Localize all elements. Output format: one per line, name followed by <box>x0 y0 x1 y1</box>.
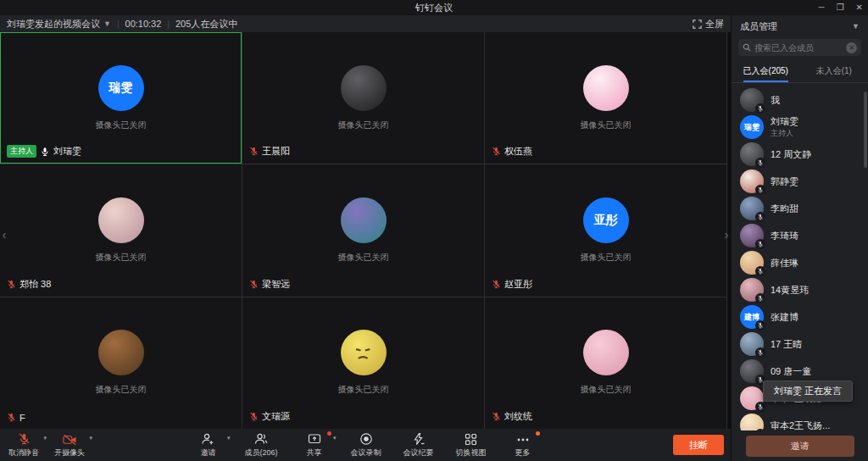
member-avatar <box>740 414 764 430</box>
search-icon <box>743 43 751 52</box>
person-add-icon <box>201 432 214 446</box>
mic-off-icon <box>492 280 501 289</box>
member-row[interactable]: 12 周文静 <box>732 141 868 168</box>
member-name: 审本2王飞扬... <box>771 419 830 431</box>
member-search-box[interactable]: ✕ <box>738 39 861 56</box>
member-row[interactable]: 李昀甜 <box>732 195 868 222</box>
fullscreen-button[interactable]: 全屏 <box>693 18 724 31</box>
mic-off-icon <box>18 432 31 446</box>
layout-grid-icon <box>465 432 477 446</box>
next-page-arrow[interactable]: › <box>722 227 731 242</box>
caret-down-icon[interactable]: ▾ <box>227 435 231 442</box>
mic-off-badge-icon <box>755 293 765 303</box>
video-tile[interactable]: 摄像头已关闭 梁智远 <box>242 164 484 296</box>
member-avatar <box>740 386 764 410</box>
speaker-status: 正在发言 <box>804 386 842 396</box>
clear-search-icon[interactable]: ✕ <box>846 42 857 53</box>
video-tile[interactable]: 亚彤摄像头已关闭 赵亚彤 <box>485 164 726 296</box>
member-row[interactable]: 郭静雯 <box>732 168 868 195</box>
video-tile[interactable]: 摄像头已关闭 郑怡 38 <box>0 164 242 296</box>
invite-button[interactable]: 邀请 <box>746 436 854 457</box>
member-row[interactable]: 建博 张建博 <box>732 303 868 330</box>
caret-down-icon[interactable]: ▾ <box>333 435 337 442</box>
mic-off-badge-icon <box>755 429 765 430</box>
unmute-button[interactable]: ▾ 取消静音 <box>8 432 39 458</box>
window-controls: ─ ❐ ✕ <box>819 0 863 15</box>
fullscreen-label: 全屏 <box>705 18 724 31</box>
member-row[interactable]: 审本2王飞扬... <box>732 412 868 430</box>
prev-page-arrow[interactable]: ‹ <box>0 227 8 242</box>
member-row[interactable]: 我 <box>732 86 868 114</box>
member-avatar <box>740 169 764 193</box>
member-name: 李琦琦 <box>771 230 798 242</box>
record-button[interactable]: 会议录制 <box>351 432 381 458</box>
tab-joined[interactable]: 已入会(205) <box>732 61 800 82</box>
open-camera-button[interactable]: ▾ 开摄像头 <box>54 432 85 458</box>
member-row[interactable]: 17 王晴 <box>732 330 868 358</box>
caret-down-icon[interactable]: ▾ <box>89 435 92 442</box>
meeting-title: 刘瑞雯发起的视频会议 <box>7 18 100 31</box>
member-search-input[interactable] <box>754 43 843 53</box>
video-tile[interactable]: 摄像头已关闭 刘纹统 <box>485 297 726 429</box>
minutes-icon <box>412 432 426 446</box>
video-tile[interactable]: 摄像头已关闭 文瑞源 <box>242 297 484 429</box>
member-row[interactable]: 14黄昱玮 <box>732 276 868 303</box>
meeting-title-dropdown[interactable]: 刘瑞雯发起的视频会议 ▼ <box>7 18 111 31</box>
tile-name-bar: F <box>7 413 25 423</box>
minutes-button[interactable]: 会议纪要 <box>403 432 434 458</box>
hangup-button[interactable]: 挂断 <box>673 435 724 455</box>
more-button[interactable]: 更多 <box>509 432 537 458</box>
meeting-toolbar: ▾ 取消静音 ▾ 开摄像头 <box>0 429 731 461</box>
participant-name: 刘纹统 <box>504 410 532 423</box>
video-tile[interactable]: 瑞雯摄像头已关闭主持人 刘瑞雯 <box>0 32 242 164</box>
camera-off-icon <box>63 432 77 446</box>
members-button[interactable]: 成员(206) <box>244 432 277 458</box>
mic-off-badge-icon <box>755 266 765 276</box>
dingtalk-meeting-window: 钉钉会议 ─ ❐ ✕ 刘瑞雯发起的视频会议 ▼ | 00:10:32 | 205… <box>0 0 868 461</box>
member-avatar <box>740 197 764 220</box>
camera-off-label: 摄像头已关闭 <box>96 384 147 396</box>
participant-count: 205人在会议中 <box>175 18 237 31</box>
video-tile[interactable]: 摄像头已关闭 F <box>0 297 242 429</box>
member-name: 12 周文静 <box>771 148 811 161</box>
avatar <box>583 65 629 111</box>
maximize-button[interactable]: ❐ <box>837 0 844 15</box>
close-button[interactable]: ✕ <box>856 0 863 15</box>
camera-off-label: 摄像头已关闭 <box>338 252 389 264</box>
record-icon <box>359 432 373 446</box>
video-grid: 瑞雯摄像头已关闭主持人 刘瑞雯摄像头已关闭 王晨阳摄像头已关闭 权伍燕摄像头已关… <box>0 32 727 429</box>
tile-name-bar: 权伍燕 <box>492 145 532 158</box>
member-avatar: 瑞雯 <box>740 115 764 139</box>
tab-not-joined[interactable]: 未入会(1) <box>800 61 868 82</box>
collapse-panel-icon[interactable]: ▼ <box>852 22 860 31</box>
member-row[interactable]: 瑞雯刘瑞雯主持人 <box>732 114 868 141</box>
video-tile[interactable]: 摄像头已关闭 王晨阳 <box>242 32 484 164</box>
members-icon <box>254 432 268 446</box>
avatar: 瑞雯 <box>98 65 144 111</box>
member-role: 主持人 <box>771 128 798 139</box>
mic-off-badge-icon <box>755 185 765 195</box>
title-bar: 钉钉会议 ─ ❐ ✕ <box>0 0 868 15</box>
scrollbar[interactable] <box>864 92 867 168</box>
member-list[interactable]: 我瑞雯刘瑞雯主持人 12 周文静 郭静雯 李昀甜 李琦琦 薛佳琳 14黄昱玮建博… <box>732 83 868 430</box>
member-name: 张建博 <box>771 311 798 324</box>
mic-off-icon <box>249 147 259 156</box>
camera-off-label: 摄像头已关闭 <box>338 384 389 396</box>
switch-view-button[interactable]: 切换视图 <box>456 432 487 458</box>
share-screen-button[interactable]: ▾ 共享 <box>300 432 329 458</box>
participant-name: 刘瑞雯 <box>53 145 81 158</box>
member-row[interactable]: 李琦琦 <box>732 222 868 249</box>
participant-name: F <box>19 413 25 423</box>
avatar <box>98 197 144 243</box>
speaking-tooltip: 刘瑞雯 正在发言 <box>763 380 853 402</box>
member-name: 09 唐一童 <box>771 365 811 378</box>
member-row[interactable]: 薛佳琳 <box>732 249 868 276</box>
notification-dot <box>327 431 331 436</box>
invite-button-toolbar[interactable]: ▾ 邀请 <box>193 432 222 458</box>
caret-down-icon[interactable]: ▾ <box>43 435 47 442</box>
participant-name: 文瑞源 <box>262 410 290 423</box>
minimize-button[interactable]: ─ <box>819 0 825 15</box>
avatar <box>740 414 764 430</box>
mic-on-icon <box>40 147 50 157</box>
video-tile[interactable]: 摄像头已关闭 权伍燕 <box>485 32 726 164</box>
